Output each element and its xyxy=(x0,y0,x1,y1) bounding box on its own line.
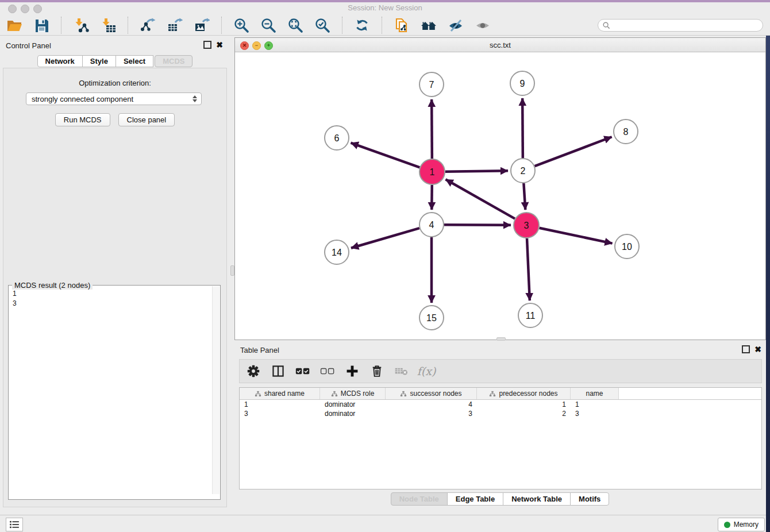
zoom-out-icon[interactable] xyxy=(260,17,277,34)
tab-mcds[interactable]: MCDS xyxy=(155,55,192,67)
cell-predecessor-nodes[interactable]: 1 xyxy=(477,400,571,408)
graph-node-9[interactable]: 9 xyxy=(510,71,534,95)
close-panel-icon[interactable]: ✖ xyxy=(216,42,223,48)
float-panel-icon[interactable] xyxy=(742,345,750,353)
close-panel-icon[interactable]: ✖ xyxy=(754,346,761,352)
mcds-result-line: 3 xyxy=(13,299,17,309)
split-table-view-icon[interactable] xyxy=(270,363,286,379)
delete-column-trash-icon[interactable] xyxy=(369,363,385,379)
save-session-icon[interactable] xyxy=(33,17,50,34)
table-row[interactable]: 3dominator323 xyxy=(240,409,761,418)
graph-edge-1-7[interactable] xyxy=(432,99,432,159)
cell-predecessor-nodes[interactable]: 2 xyxy=(477,410,571,418)
table-panel-tabbar: Node TableEdge TableNetwork TableMotifs xyxy=(234,492,766,506)
first-neighbors-icon[interactable] xyxy=(393,17,410,34)
cell-MCDS-role[interactable]: dominator xyxy=(320,410,386,418)
cell-shared-name[interactable]: 1 xyxy=(240,400,320,408)
optimization-criterion-select[interactable]: strongly connected component xyxy=(26,92,202,105)
graph-edge-1-6[interactable] xyxy=(351,143,419,168)
graph-node-8[interactable]: 8 xyxy=(614,119,638,144)
select-all-checkboxes-icon[interactable] xyxy=(295,363,311,379)
deselect-all-checkboxes-icon[interactable] xyxy=(319,363,336,379)
graph-node-15[interactable]: 15 xyxy=(419,306,444,330)
graph-node-2[interactable]: 2 xyxy=(511,159,535,183)
toolbar-separator xyxy=(382,17,382,34)
import-network-icon[interactable] xyxy=(72,17,90,34)
graph-edge-4-3[interactable] xyxy=(444,225,511,225)
export-network-icon[interactable] xyxy=(139,17,156,34)
svg-text:7: 7 xyxy=(429,80,434,90)
zoom-selected-icon[interactable] xyxy=(314,17,331,34)
graph-edge-4-14[interactable] xyxy=(351,228,419,248)
task-history-button[interactable] xyxy=(6,518,23,531)
float-panel-icon[interactable] xyxy=(203,41,211,49)
network-scroll-handle[interactable] xyxy=(496,337,506,341)
graph-node-4[interactable]: 4 xyxy=(419,213,444,237)
graph-node-14[interactable]: 14 xyxy=(325,240,349,264)
cell-successor-nodes[interactable]: 4 xyxy=(386,400,477,408)
graph-edge-1-2[interactable] xyxy=(445,171,508,171)
graph-node-6[interactable]: 6 xyxy=(325,126,349,150)
graph-node-10[interactable]: 10 xyxy=(615,234,639,259)
home-layout-icon[interactable] xyxy=(420,17,437,34)
cell-shared-name[interactable]: 3 xyxy=(240,410,320,418)
zoom-fit-icon[interactable] xyxy=(287,17,304,34)
column-header-MCDS-role[interactable]: MCDS role xyxy=(320,388,386,399)
memory-button[interactable]: Memory xyxy=(718,518,765,531)
mcds-panel-body: Optimization criterion: strongly connect… xyxy=(3,68,227,507)
graph-edge-3-11[interactable] xyxy=(527,238,530,300)
vertical-splitter[interactable] xyxy=(230,36,234,515)
graph-edge-2-9[interactable] xyxy=(522,98,523,158)
import-table-icon[interactable] xyxy=(99,17,117,34)
zoom-in-icon[interactable] xyxy=(233,17,250,34)
network-graph-canvas[interactable]: 7968124314101511 xyxy=(235,52,765,340)
hide-selected-eye-icon[interactable] xyxy=(447,17,464,34)
run-mcds-button[interactable]: Run MCDS xyxy=(55,113,110,126)
delete-table-icon[interactable] xyxy=(394,363,410,379)
show-all-eye-icon[interactable] xyxy=(474,17,491,34)
tab-node-table[interactable]: Node Table xyxy=(391,492,448,506)
result-scrollbar[interactable] xyxy=(212,286,220,494)
search-input[interactable] xyxy=(613,21,763,30)
tab-network-table[interactable]: Network Table xyxy=(503,492,571,506)
refresh-layout-icon[interactable] xyxy=(353,17,371,34)
tab-edge-table[interactable]: Edge Table xyxy=(447,492,503,506)
tab-select[interactable]: Select xyxy=(116,55,153,67)
svg-text:11: 11 xyxy=(526,311,536,321)
column-header-name[interactable]: name xyxy=(571,388,619,399)
graph-node-11[interactable]: 11 xyxy=(518,303,542,327)
column-header-predecessor-nodes[interactable]: predecessor nodes xyxy=(477,388,571,399)
graph-node-3[interactable]: 3 xyxy=(514,213,539,238)
graph-node-1[interactable]: 1 xyxy=(419,159,445,184)
network-window-titlebar[interactable]: ✕ − + scc.txt xyxy=(235,38,765,52)
column-header-label: predecessor nodes xyxy=(499,390,557,398)
select-stepper-icon xyxy=(192,95,197,102)
tab-style[interactable]: Style xyxy=(82,55,116,67)
export-table-icon[interactable] xyxy=(166,17,183,34)
splitter-handle[interactable] xyxy=(230,265,234,276)
tab-network[interactable]: Network xyxy=(37,55,83,67)
cell-MCDS-role[interactable]: dominator xyxy=(320,400,386,408)
export-image-icon[interactable] xyxy=(193,17,210,34)
column-header-label: name xyxy=(586,390,603,398)
search-field[interactable] xyxy=(598,19,763,32)
graph-node-7[interactable]: 7 xyxy=(419,72,444,97)
graph-edge-3-10[interactable] xyxy=(540,228,613,244)
cell-name[interactable]: 1 xyxy=(571,400,619,408)
table-row[interactable]: 1dominator411 xyxy=(240,400,761,409)
cell-successor-nodes[interactable]: 3 xyxy=(386,410,477,418)
graph-edge-2-3[interactable] xyxy=(523,183,525,210)
add-column-plus-icon[interactable] xyxy=(344,363,360,379)
close-panel-button[interactable]: Close panel xyxy=(118,113,175,126)
graph-edge-3-1[interactable] xyxy=(445,179,515,218)
function-builder-icon[interactable]: f(x) xyxy=(418,363,434,379)
tab-motifs[interactable]: Motifs xyxy=(570,492,609,506)
table-settings-gear-icon[interactable] xyxy=(245,363,261,379)
cell-name[interactable]: 3 xyxy=(571,410,619,418)
node-table[interactable]: shared nameMCDS rolesuccessor nodesprede… xyxy=(239,387,762,489)
column-header-successor-nodes[interactable]: successor nodes xyxy=(386,388,477,399)
graph-edge-2-8[interactable] xyxy=(535,137,612,166)
open-folder-icon[interactable] xyxy=(6,17,23,34)
mcds-result-title: MCDS result (2 nodes) xyxy=(12,281,93,290)
column-header-shared-name[interactable]: shared name xyxy=(240,388,320,399)
